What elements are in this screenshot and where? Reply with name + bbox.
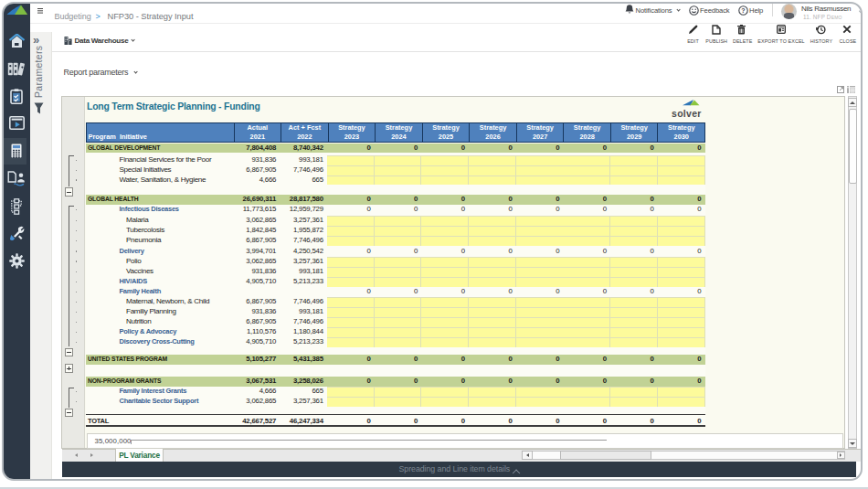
svg-text:?: ? (741, 7, 745, 14)
